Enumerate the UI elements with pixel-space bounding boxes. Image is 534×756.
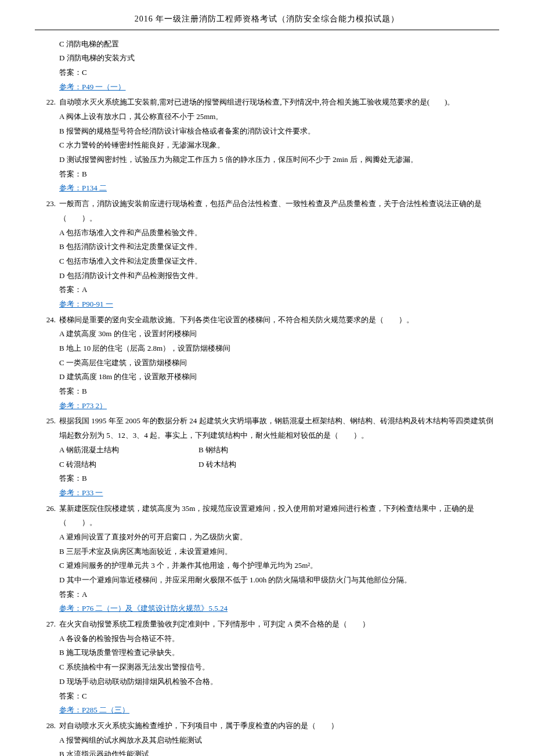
question-number: 22. (35, 95, 59, 196)
question-stem: 根据我国 1995 年至 2005 年的数据分析 24 起建筑火灾坍塌事故，钢筋… (59, 414, 499, 442)
option-c: C 一类高层住宅建筑，设置防烟楼梯间 (59, 356, 499, 370)
option-d: D 消防电梯的安装方式 (59, 51, 499, 66)
option-c: C 砖混结构 (59, 458, 199, 472)
question-stem: 对自动喷水灭火系统实施检查维护，下列项目中，属于季度检查的内容的是（ ） (59, 719, 499, 733)
question-number: 28. (35, 719, 59, 756)
option-c: C 消防电梯的配置 (59, 37, 499, 52)
question-23: 23. 一般而言，消防设施安装前应进行现场检查，包括产品合法性检查、一致性检查及… (35, 197, 499, 312)
option-d: D 建筑高度 18m 的住宅，设置敞开楼梯间 (59, 370, 499, 384)
option-b: B 三层手术室及病房区离地面较近，未设置避难间。 (59, 545, 499, 559)
question-number: 27. (35, 617, 59, 718)
option-c: C 系统抽检中有一探测器无法发出警报信号。 (59, 660, 499, 675)
reference-link[interactable]: 参考：P76 二（一）及《建筑设计防火规范》5.5.24 (59, 604, 228, 613)
option-a: A 避难间设置了直接对外的可开启窗口，为乙级防火窗。 (59, 530, 499, 545)
option-b: B 水流指示器动作性能测试 (59, 747, 499, 756)
option-b: B 施工现场质量管理检查记录缺失。 (59, 646, 499, 660)
option-a: A 报警阀组的试水阀放水及其启动性能测试 (59, 733, 499, 748)
option-c: C 水力警铃的铃锤密封性能良好，无渗漏水现象。 (59, 138, 499, 153)
question-27: 27. 在火灾自动报警系统工程质量验收判定准则中，下列情形中，可判定 A 类不合… (35, 617, 499, 718)
answer-label: 答案：B (59, 167, 499, 182)
answer-label: 答案：C (59, 689, 499, 704)
question-stem: 一般而言，消防设施安装前应进行现场检查，包括产品合法性检查、一致性检查及产品质量… (59, 197, 499, 225)
question-22: 22. 自动喷水灭火系统施工安装前,需对已进场的报警阀组进行现场检查,下列情况中… (35, 95, 499, 196)
reference-link[interactable]: 参考：P90-91 一 (59, 300, 113, 308)
option-d: D 砖木结构 (199, 458, 338, 472)
reference-link[interactable]: 参考：P73 2） (59, 401, 107, 410)
question-24: 24. 楼梯间是重要的竖向安全疏散设施。下列各类住宅设置的楼梯间，不符合相关防火… (35, 313, 499, 413)
reference-link[interactable]: 参考：P33 一 (59, 488, 103, 497)
question-26: 26. 某新建医院住院楼建筑，建筑高度为 35m，按规范应设置避难间，投入使用前… (35, 502, 499, 617)
question-stem: 某新建医院住院楼建筑，建筑高度为 35m，按规范应设置避难间，投入使用前对避难间… (59, 502, 499, 530)
option-a: A 包括市场准入文件和产品质量检验文件。 (59, 226, 499, 240)
answer-label: 答案：A (59, 283, 499, 297)
question-stem: 楼梯间是重要的竖向安全疏散设施。下列各类住宅设置的楼梯间，不符合相关防火规范要求… (59, 313, 499, 327)
option-d: D 包括消防设计文件和产品检测报告文件。 (59, 269, 499, 283)
page-header: 2016 年一级注册消防工程师资格考试（消防安全综合能力模拟试题） (35, 12, 499, 30)
question-stem: 在火灾自动报警系统工程质量验收判定准则中，下列情形中，可判定 A 类不合格的是（… (59, 617, 499, 632)
question-21-continued: C 消防电梯的配置 D 消防电梯的安装方式 答案：C 参考：P49 一（一） (35, 37, 499, 95)
question-28: 28. 对自动喷水灭火系统实施检查维护，下列项目中，属于季度检查的内容的是（ ）… (35, 719, 499, 756)
question-25: 25. 根据我国 1995 年至 2005 年的数据分析 24 起建筑火灾坍塌事… (35, 414, 499, 500)
answer-label: 答案：A (59, 588, 499, 602)
option-a: A 建筑高度 30m 的住宅，设置封闭楼梯间 (59, 327, 499, 341)
question-number: 26. (35, 502, 59, 617)
option-b: B 包括消防设计文件和法定质量保证文件。 (59, 240, 499, 254)
answer-label: 答案：B (59, 471, 499, 486)
option-a: A 各设备的检验报告与合格证不符。 (59, 632, 499, 646)
option-c: C 包括市场准入文件和法定质量保证文件。 (59, 254, 499, 269)
question-stem: 自动喷水灭火系统施工安装前,需对已进场的报警阀组进行现场检查,下列情况中,符合相… (59, 95, 499, 110)
reference-link[interactable]: 参考：P134 二 (59, 183, 107, 192)
option-c: C 避难间服务的护理单元共 3 个，并兼作其他用途，每个护理单元均为 25m²。 (59, 559, 499, 573)
option-a: A 阀体上设有放水口，其公称直径不小于 25mm。 (59, 110, 499, 124)
option-b: B 钢结构 (199, 443, 338, 458)
question-number: 23. (35, 197, 59, 312)
answer-label: 答案：B (59, 384, 499, 399)
reference-link[interactable]: 参考：P285 二（三） (59, 705, 129, 714)
answer-label: 答案：C (59, 66, 499, 80)
option-d: D 其中一个避难间靠近楼梯间，并应采用耐火极限不低于 1.00h 的防火隔墙和甲… (59, 573, 499, 588)
option-b: B 报警阀的规格型号符合经消防设计审核合格或者备案的消防设计文件要求。 (59, 124, 499, 139)
question-number: 24. (35, 313, 59, 413)
option-d: D 现场手动启动联动防烟排烟风机检验不合格。 (59, 675, 499, 689)
question-number: 25. (35, 414, 59, 500)
option-d: D 测试报警阀密封性，试验压力为额定工作压力 5 倍的静水压力，保压时间不少于 … (59, 153, 499, 167)
option-b: B 地上 10 层的住宅（层高 2.8m），设置防烟楼梯间 (59, 341, 499, 356)
reference-link[interactable]: 参考：P49 一（一） (59, 82, 125, 91)
option-a: A 钢筋混凝土结构 (59, 443, 199, 458)
